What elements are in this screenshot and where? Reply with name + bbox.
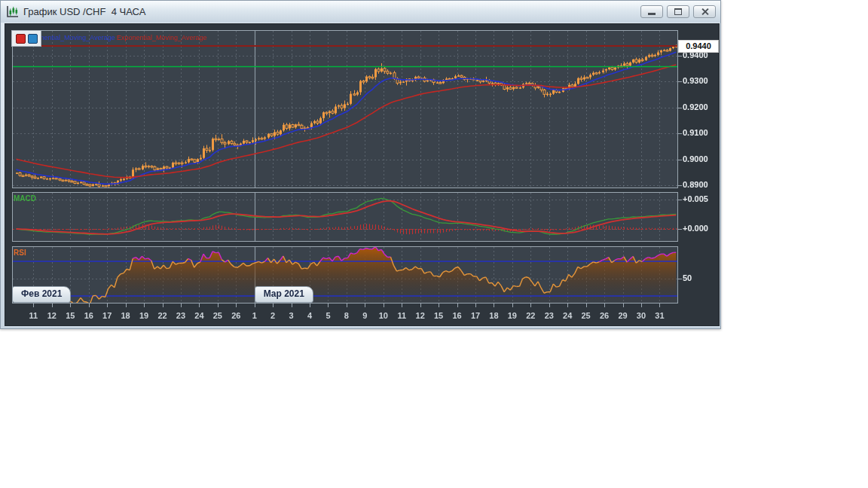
x-axis-label: 19 xyxy=(134,311,154,320)
x-axis-label: 12 xyxy=(411,311,430,320)
restore-button[interactable] xyxy=(667,5,689,18)
window-titlebar[interactable]: График USD /CHF 4 ЧАСА xyxy=(1,1,720,23)
x-axis-label: 24 xyxy=(558,311,577,320)
x-axis-label: 15 xyxy=(60,311,80,320)
x-axis-label: 23 xyxy=(171,311,191,320)
x-axis-label: 25 xyxy=(208,311,228,320)
price-axis-label: 0.8900 xyxy=(683,180,708,189)
x-axis-label: 17 xyxy=(97,311,117,320)
minimize-icon xyxy=(648,13,656,15)
close-button[interactable] xyxy=(693,5,716,18)
current-price-label: 0.9440 xyxy=(678,40,719,53)
x-axis-label: 5 xyxy=(318,311,338,320)
x-axis-label: 29 xyxy=(613,311,633,320)
x-axis-label: 18 xyxy=(116,311,136,320)
x-axis-label: 22 xyxy=(153,311,173,320)
price-axis-label: 0.9000 xyxy=(683,154,708,163)
window-title: График USD /CHF 4 ЧАСА xyxy=(23,6,637,17)
rsi-panel-label: RSI xyxy=(14,249,26,257)
x-axis-label: 9 xyxy=(355,311,374,320)
x-axis-label: 30 xyxy=(631,311,651,320)
minimize-button[interactable] xyxy=(640,5,663,18)
close-icon xyxy=(701,8,709,16)
red-square-icon xyxy=(16,34,26,44)
blue-square-icon xyxy=(28,34,38,44)
x-axis-label: 11 xyxy=(392,311,411,320)
x-axis-label: 22 xyxy=(521,311,540,320)
x-axis-label: 24 xyxy=(189,311,209,320)
price-axis-label: 0.9100 xyxy=(683,128,708,137)
x-axis-label: 16 xyxy=(448,311,467,320)
x-axis-label: 18 xyxy=(484,311,503,320)
x-axis-label: 19 xyxy=(503,311,522,320)
price-axis-label: 0.9200 xyxy=(683,102,708,111)
x-axis-label: 12 xyxy=(42,311,62,320)
chart-window: График USD /CHF 4 ЧАСА Exponential_Movin… xyxy=(0,0,721,329)
legend-swatch-box[interactable] xyxy=(11,30,41,47)
ema-slow-legend-label: Exponential_Moving_Average xyxy=(117,34,206,41)
x-axis-label: 16 xyxy=(79,311,99,320)
price-axis-label: 0.9300 xyxy=(683,76,708,85)
x-axis-label: 10 xyxy=(374,311,393,320)
chart-canvas[interactable] xyxy=(5,24,719,325)
x-axis-label: 4 xyxy=(300,311,319,320)
chart-content: Exponential_Moving_Average Exponential_M… xyxy=(5,23,720,326)
x-axis-label: 17 xyxy=(466,311,485,320)
x-axis-label: 1 xyxy=(245,311,264,320)
x-axis-label: 31 xyxy=(649,311,669,320)
x-axis-label: 25 xyxy=(576,311,596,320)
macd-panel-label: MACD xyxy=(14,194,36,203)
x-axis-label: 23 xyxy=(539,311,559,320)
restore-icon xyxy=(674,8,682,15)
macd-axis-label: +0.000 xyxy=(683,224,708,233)
x-axis-label: 2 xyxy=(263,311,283,320)
x-axis-label: 11 xyxy=(23,311,43,320)
x-axis-label: 26 xyxy=(594,311,614,320)
x-axis-label: 3 xyxy=(282,311,301,320)
candlestick-chart-icon xyxy=(5,5,19,19)
month-button-mar[interactable]: Мар 2021 xyxy=(255,286,313,303)
month-button-feb[interactable]: Фев 2021 xyxy=(12,286,71,303)
rsi-axis-label: 50 xyxy=(683,273,692,282)
macd-axis-label: +0.005 xyxy=(683,194,708,203)
x-axis-label: 15 xyxy=(429,311,448,320)
x-axis-label: 8 xyxy=(337,311,356,320)
x-axis-label: 26 xyxy=(226,311,246,320)
